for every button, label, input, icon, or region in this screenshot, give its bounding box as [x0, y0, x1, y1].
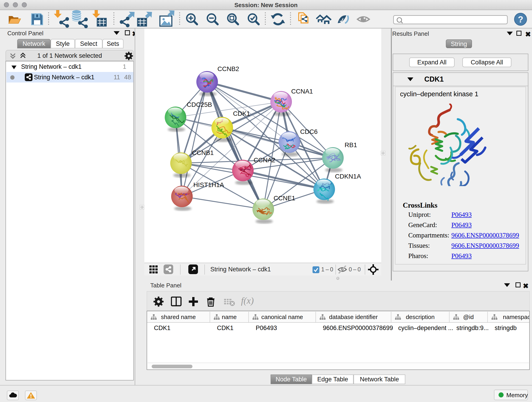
- svg-text:CDK1: CDK1: [233, 110, 250, 117]
- svg-text:CDC25B: CDC25B: [187, 101, 212, 108]
- svg-text:RB1: RB1: [345, 141, 357, 148]
- svg-text:CCNE1: CCNE1: [273, 195, 295, 202]
- svg-text:HIST1H1A: HIST1H1A: [193, 181, 224, 188]
- svg-text:CCNB2: CCNB2: [217, 65, 239, 72]
- svg-text:CCNB1: CCNB1: [192, 149, 214, 156]
- svg-text:CCNA2: CCNA2: [254, 157, 275, 164]
- svg-text:CCNA1: CCNA1: [291, 88, 313, 95]
- svg-text:CDKN1A: CDKN1A: [335, 173, 361, 180]
- svg-text:CDC6: CDC6: [300, 128, 317, 135]
